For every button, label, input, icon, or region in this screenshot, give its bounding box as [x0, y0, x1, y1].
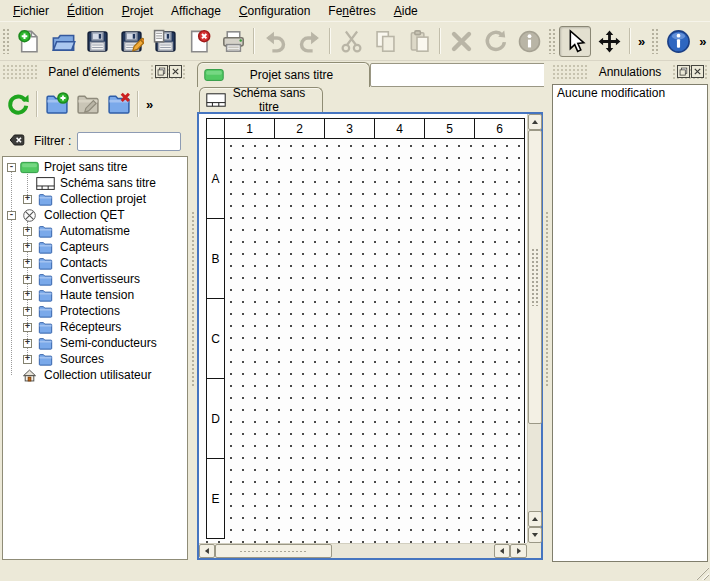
column-header-3: 3: [324, 118, 375, 139]
window-resize-grip[interactable]: [696, 567, 709, 580]
save-all-button[interactable]: [149, 26, 181, 57]
edit-category-button[interactable]: [73, 90, 102, 119]
tree-item-r-cepteurs[interactable]: +Récepteurs: [3, 319, 187, 335]
copy-button[interactable]: [369, 26, 401, 57]
expander-minus-icon[interactable]: -: [7, 211, 16, 220]
scroll-left-button-2[interactable]: [494, 544, 510, 558]
about-qet-button[interactable]: [662, 26, 694, 57]
toolbar-drag-handle[interactable]: [2, 28, 9, 54]
menu-fichier[interactable]: Fichier: [4, 1, 58, 21]
tree-item-automatisme[interactable]: +Automatisme: [3, 223, 187, 239]
scroll-right-button[interactable]: [510, 544, 527, 558]
toolbar-drag-handle[interactable]: [651, 28, 658, 54]
left-splitter[interactable]: [190, 62, 197, 560]
menu-configuration[interactable]: Configuration: [230, 1, 319, 21]
expander-plus-icon[interactable]: +: [23, 307, 32, 316]
new-category-button[interactable]: [42, 90, 71, 119]
undo-panel-titlebar[interactable]: Annulations: [552, 64, 708, 80]
print-button[interactable]: [217, 26, 249, 57]
tree-item-capteurs[interactable]: +Capteurs: [3, 239, 187, 255]
menu-affichage[interactable]: Affichage: [162, 1, 230, 21]
vertical-scrollbar[interactable]: [527, 114, 541, 543]
new-document-button[interactable]: [13, 26, 45, 57]
cut-button[interactable]: [335, 26, 367, 57]
vertical-scroll-thumb[interactable]: [528, 130, 542, 424]
expander-minus-icon[interactable]: -: [7, 163, 16, 172]
tree-item-collection-projet[interactable]: +Collection projet: [3, 191, 187, 207]
tree-item-semi-conducteurs[interactable]: +Semi-conducteurs: [3, 335, 187, 351]
undo-list-item[interactable]: Aucune modification: [553, 85, 707, 101]
folder-icon: [36, 336, 55, 351]
expander-plus-icon[interactable]: +: [23, 291, 32, 300]
move-tool-button[interactable]: [593, 26, 625, 57]
paste-button[interactable]: [403, 26, 435, 57]
elements-panel-close-button[interactable]: [169, 65, 182, 78]
expander-plus-icon[interactable]: +: [23, 339, 32, 348]
expander-plus-icon[interactable]: +: [23, 227, 32, 236]
tree-item-label: Projet sans titre: [44, 160, 127, 174]
delete-button[interactable]: [445, 26, 477, 57]
tree-item-label: Haute tension: [60, 288, 134, 302]
delete-category-button[interactable]: [104, 90, 133, 119]
expander-slot: [23, 179, 32, 188]
scrollbar-corner: [527, 543, 541, 558]
properties-button[interactable]: [513, 26, 545, 57]
tree-item-label: Sources: [60, 352, 104, 366]
elements-panel-float-button[interactable]: [155, 65, 168, 78]
menu-projet[interactable]: Projet: [113, 1, 162, 21]
info-overflow-button[interactable]: »: [695, 34, 710, 49]
elements-overflow-button[interactable]: »: [142, 97, 157, 112]
menu-aide[interactable]: Aide: [385, 1, 427, 21]
expander-plus-icon[interactable]: +: [23, 195, 32, 204]
tree-item-sch-ma-sans-titre[interactable]: Schéma sans titre: [3, 175, 187, 191]
tools-overflow-button[interactable]: »: [634, 34, 649, 49]
horizontal-scrollbar[interactable]: [199, 543, 527, 558]
tree-item-convertisseurs[interactable]: +Convertisseurs: [3, 271, 187, 287]
toolbar-group-file: [0, 22, 546, 60]
expander-plus-icon[interactable]: +: [23, 259, 32, 268]
open-document-button[interactable]: [47, 26, 79, 57]
undo-button[interactable]: [259, 26, 291, 57]
tree-item-contacts[interactable]: +Contacts: [3, 255, 187, 271]
tree-item-protections[interactable]: +Protections: [3, 303, 187, 319]
undo-panel-float-button[interactable]: [677, 65, 690, 78]
project-icon: [20, 160, 39, 175]
save-button[interactable]: [81, 26, 113, 57]
reload-collections-button[interactable]: [3, 90, 32, 119]
tree-item-haute-tension[interactable]: +Haute tension: [3, 287, 187, 303]
horizontal-scroll-thumb[interactable]: [215, 544, 332, 558]
redo-button[interactable]: [293, 26, 325, 57]
menu-edition[interactable]: Édition: [58, 1, 113, 21]
undo-panel-close-button[interactable]: [691, 65, 704, 78]
elements-panel-titlebar[interactable]: Panel d'éléments: [2, 64, 186, 80]
scroll-up-button[interactable]: [528, 114, 542, 130]
tree-item-projet-sans-titre[interactable]: -Projet sans titre: [3, 159, 187, 175]
project-tab[interactable]: Projet sans titre: [197, 62, 370, 87]
schema-tab[interactable]: Schéma sans titre: [199, 87, 323, 112]
expander-plus-icon[interactable]: +: [23, 275, 32, 284]
filter-input[interactable]: [77, 132, 181, 151]
save-as-button[interactable]: [115, 26, 147, 57]
toolbar-group-tools: »: [546, 22, 649, 60]
close-document-button[interactable]: [183, 26, 215, 57]
tree-item-sources[interactable]: +Sources: [3, 351, 187, 367]
expander-plus-icon[interactable]: +: [23, 323, 32, 332]
row-header-A: A: [206, 138, 225, 219]
right-splitter[interactable]: [544, 62, 551, 560]
splitter-grip: [191, 211, 196, 385]
menu-fenetres[interactable]: Fenêtres: [319, 1, 384, 21]
expander-plus-icon[interactable]: +: [23, 243, 32, 252]
toolbar-separator: [629, 28, 631, 54]
schema-canvas[interactable]: 123456 ABCDE: [199, 114, 527, 543]
scroll-left-button[interactable]: [199, 544, 215, 558]
clear-filter-button[interactable]: [6, 131, 28, 151]
toolbar-drag-handle[interactable]: [548, 28, 555, 54]
scroll-down-button[interactable]: [528, 527, 542, 543]
scroll-up-button-2[interactable]: [528, 511, 542, 527]
tree-item-collection-qet[interactable]: -Collection QET: [3, 207, 187, 223]
rotate-button[interactable]: [479, 26, 511, 57]
expander-plus-icon[interactable]: +: [23, 355, 32, 364]
tree-item-collection-utilisateur[interactable]: Collection utilisateur: [3, 367, 187, 383]
elements-tree: -Projet sans titreSchéma sans titre+Coll…: [2, 156, 188, 560]
select-tool-button[interactable]: [559, 26, 591, 57]
